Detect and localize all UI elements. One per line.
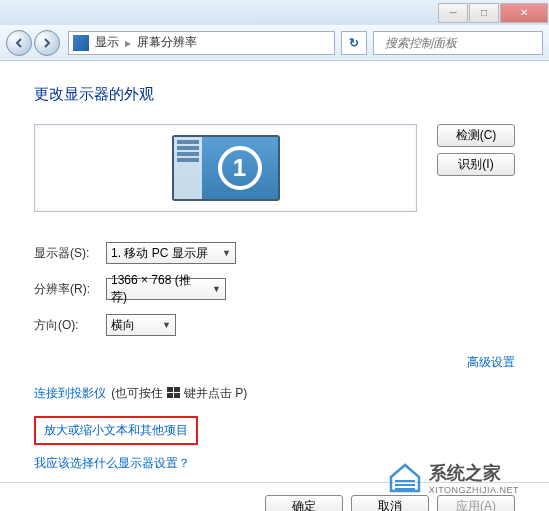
search-input[interactable] — [385, 36, 536, 50]
breadcrumb-separator: ▸ — [125, 36, 131, 50]
monitor-taskbar-preview — [174, 137, 202, 199]
refresh-icon: ↻ — [349, 36, 359, 50]
resolution-label: 分辨率(R): — [34, 281, 106, 298]
back-button[interactable] — [6, 30, 32, 56]
monitor-thumbnail[interactable]: 1 — [172, 135, 280, 201]
resolution-value: 1366 × 768 (推荐) — [111, 272, 204, 306]
breadcrumb-display[interactable]: 显示 — [95, 34, 119, 51]
window-titlebar: ─ □ ✕ — [0, 0, 549, 25]
close-button[interactable]: ✕ — [500, 3, 548, 23]
display-icon — [73, 35, 89, 51]
svg-rect-3 — [174, 387, 180, 392]
svg-point-0 — [380, 42, 381, 43]
refresh-button[interactable]: ↻ — [341, 31, 367, 55]
detect-button[interactable]: 检测(C) — [437, 124, 515, 147]
forward-button[interactable] — [34, 30, 60, 56]
display-value: 1. 移动 PC 显示屏 — [111, 245, 208, 262]
page-title: 更改显示器的外观 — [34, 85, 515, 104]
dialog-footer: 确定 取消 应用(A) — [34, 495, 515, 511]
search-icon — [380, 36, 381, 50]
chevron-down-icon: ▼ — [212, 284, 221, 294]
highlight-annotation: 放大或缩小文本和其他项目 — [34, 416, 198, 445]
projector-hint-pre: (也可按住 — [108, 386, 167, 400]
cancel-button[interactable]: 取消 — [351, 495, 429, 511]
chevron-down-icon: ▼ — [162, 320, 171, 330]
monitor-preview[interactable]: 1 — [34, 124, 417, 212]
advanced-settings-link[interactable]: 高级设置 — [467, 355, 515, 369]
navigation-bar: 显示 ▸ 屏幕分辨率 ↻ — [0, 25, 549, 61]
projector-row: 连接到投影仪 (也可按住 键并点击 P) — [34, 385, 515, 402]
enlarge-text-link[interactable]: 放大或缩小文本和其他项目 — [44, 423, 188, 437]
search-box[interactable] — [373, 31, 543, 55]
resolution-dropdown[interactable]: 1366 × 768 (推荐) ▼ — [106, 278, 226, 300]
address-bar[interactable]: 显示 ▸ 屏幕分辨率 — [68, 31, 335, 55]
orientation-value: 横向 — [111, 317, 135, 334]
breadcrumb-resolution[interactable]: 屏幕分辨率 — [137, 34, 197, 51]
arrow-left-icon — [13, 37, 25, 49]
display-dropdown[interactable]: 1. 移动 PC 显示屏 ▼ — [106, 242, 236, 264]
svg-rect-2 — [167, 387, 173, 392]
monitor-number-badge: 1 — [218, 146, 262, 190]
chevron-down-icon: ▼ — [222, 248, 231, 258]
arrow-right-icon — [41, 37, 53, 49]
projector-hint-post: 键并点击 P) — [181, 386, 248, 400]
apply-button[interactable]: 应用(A) — [437, 495, 515, 511]
windows-key-icon — [167, 387, 181, 399]
orientation-dropdown[interactable]: 横向 ▼ — [106, 314, 176, 336]
orientation-label: 方向(O): — [34, 317, 106, 334]
divider — [0, 482, 549, 483]
content-area: 更改显示器的外观 1 检测(C) 识别(I) 显示器(S): 1. 移动 PC … — [0, 61, 549, 511]
connect-projector-link[interactable]: 连接到投影仪 — [34, 386, 106, 400]
maximize-button[interactable]: □ — [469, 3, 499, 23]
identify-button[interactable]: 识别(I) — [437, 153, 515, 176]
which-monitor-link[interactable]: 我应该选择什么显示器设置？ — [34, 456, 190, 470]
svg-rect-5 — [174, 393, 180, 398]
ok-button[interactable]: 确定 — [265, 495, 343, 511]
minimize-button[interactable]: ─ — [438, 3, 468, 23]
svg-rect-4 — [167, 393, 173, 398]
display-label: 显示器(S): — [34, 245, 106, 262]
